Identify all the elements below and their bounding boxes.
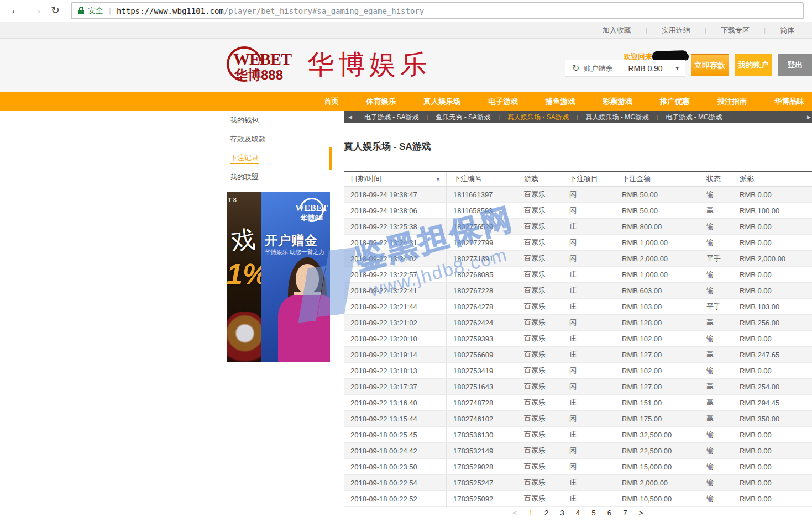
pagination-page[interactable]: 4 [576, 509, 580, 517]
cell: 百家乐 [517, 318, 563, 327]
banner-left-percent: 1% [227, 257, 261, 290]
refresh-balance-icon[interactable]: ↻ [572, 63, 579, 73]
banner-warrior[interactable]: T 8 戏 1% [227, 192, 261, 362]
top-link-2[interactable]: 实用连结 [647, 25, 705, 35]
cell: RMB 294.45 [733, 399, 812, 407]
cell: 百家乐 [517, 494, 563, 504]
top-link-4[interactable]: 简体 [766, 25, 809, 35]
history-tab[interactable]: 真人娱乐场 - SA游戏 [500, 113, 577, 122]
column-header[interactable]: 下注项目 [563, 174, 615, 184]
cell: RMB 22,500.00 [615, 447, 700, 455]
logout-button[interactable]: 登出 [778, 54, 812, 76]
nav-item[interactable]: 体育娱乐 [366, 97, 396, 107]
table-row: 2018-09-22 13:22:411802767228百家乐庄RMB 603… [344, 283, 812, 299]
cell: 闲 [563, 237, 615, 247]
cell: RMB 256.00 [733, 319, 812, 327]
sidebar-item[interactable]: 存款及取款 [227, 130, 332, 149]
cell: 闲 [563, 189, 615, 199]
column-header[interactable]: 游戏 [517, 174, 563, 184]
cell: RMB 1,000.00 [615, 239, 700, 247]
column-header[interactable]: 下注编号 [447, 174, 517, 184]
cell: 百家乐 [517, 237, 563, 247]
column-header[interactable]: 派彩 [733, 174, 812, 184]
my-account-button[interactable]: 我的账户 [735, 54, 772, 76]
deposit-button[interactable]: 立即存款 [691, 54, 729, 76]
nav-item[interactable]: 彩票游戏 [603, 97, 632, 107]
pagination-next[interactable]: > [639, 509, 643, 517]
nav-item[interactable]: 推广优惠 [660, 97, 690, 107]
table-row: 2018-09-22 13:25:381802776529百家乐庄RMB 800… [344, 219, 812, 235]
cell: RMB 0.00 [733, 495, 812, 503]
pagination-page[interactable]: 5 [591, 509, 596, 517]
cell: 1802767228 [447, 287, 517, 295]
cell: 1783532149 [447, 447, 517, 455]
pagination-page[interactable]: 1 [528, 509, 533, 517]
warrior-helmet-graphic [227, 312, 261, 362]
top-link-1[interactable]: 加入收藏 [588, 25, 646, 35]
cell: 1802776529 [447, 223, 517, 231]
table-row: 2018-09-22 13:21:021802762424百家乐闲RMB 128… [344, 315, 812, 331]
column-header[interactable]: 状态 [700, 174, 733, 184]
browser-forward-icon[interactable]: → [31, 3, 43, 17]
history-tab[interactable]: 电子游戏 - SA游戏 [357, 113, 427, 122]
cell: 百家乐 [517, 205, 563, 215]
pagination-page[interactable]: 6 [607, 509, 612, 517]
browser-back-icon[interactable]: ← [10, 3, 22, 17]
sidebar-item[interactable]: 下注记录 [227, 149, 332, 168]
nav-item[interactable]: 捕鱼游戏 [546, 97, 575, 107]
secure-label: 安全 [88, 6, 103, 16]
table-row: 2018-09-18 00:24:421783532149百家乐闲RMB 22,… [344, 443, 812, 459]
nav-item[interactable]: 电子游戏 [488, 97, 518, 107]
cell: 百家乐 [517, 366, 563, 376]
main-nav-bar: 首页体育娱乐真人娱乐场电子游戏捕鱼游戏彩票游戏推广优惠投注指南华博品味 [0, 92, 812, 111]
pagination-page[interactable]: 7 [623, 509, 627, 517]
history-tab[interactable]: 电子游戏 - MG游戏 [658, 113, 730, 122]
top-link-3[interactable]: 下载专区 [706, 25, 764, 35]
column-header[interactable]: 下注金额 [615, 174, 700, 184]
nav-item[interactable]: 华博品味 [774, 97, 804, 107]
balance-dropdown-icon[interactable]: ▼ [675, 66, 680, 71]
cell: 庄 [563, 430, 615, 440]
history-tabs: 电子游戏 - SA游戏|鱼乐无穷 - SA游戏|真人娱乐场 - SA游戏|真人娱… [357, 113, 730, 122]
cell: 庄 [563, 334, 615, 344]
pagination-prev[interactable]: < [512, 509, 517, 517]
nav-item[interactable]: 投注指南 [717, 97, 747, 107]
nav-item[interactable]: 首页 [324, 97, 339, 107]
cell: 2018-09-22 13:18:13 [344, 363, 447, 378]
table-row: 2018-09-22 13:17:371802751643百家乐闲RMB 127… [344, 379, 812, 395]
pagination: <1234567> [344, 509, 812, 517]
nav-item[interactable]: 真人娱乐场 [423, 97, 461, 107]
cell: RMB 2,000.00 [733, 255, 812, 263]
cell: 2018-09-24 19:38:06 [344, 203, 447, 218]
sidebar-menu: 我的钱包存款及取款下注记录我的联盟账户设定 [227, 111, 332, 205]
browser-reload-icon[interactable]: ↻ [51, 4, 60, 17]
address-separator: | [109, 6, 111, 15]
history-tab[interactable]: 鱼乐无穷 - SA游戏 [428, 113, 498, 122]
cell: RMB 103.00 [733, 303, 812, 311]
cell: 赢 [700, 318, 733, 327]
cell: 2018-09-18 00:22:52 [344, 491, 447, 506]
cell: 百家乐 [517, 302, 563, 311]
cell: 2018-09-22 13:21:02 [344, 315, 447, 330]
cell: RMB 32,500.00 [615, 431, 700, 439]
sidebar-item[interactable]: 我的钱包 [227, 111, 332, 130]
balance-label: 账户结余 [584, 64, 612, 73]
table-row: 2018-09-18 00:22:541783525247百家乐庄RMB 2,0… [344, 475, 812, 491]
column-header[interactable]: 日期/时间▼ [344, 172, 447, 186]
banner-subtitle: 华博娱乐 助您一臂之力 [265, 249, 324, 256]
cell: 庄 [563, 478, 615, 488]
site-logo[interactable]: WEBET 华博888 华博娱乐 [226, 43, 431, 86]
sort-desc-icon[interactable]: ▼ [436, 177, 441, 182]
cell: 1783525092 [447, 495, 517, 503]
cell: 输 [700, 221, 733, 231]
tabs-scroll-right-icon[interactable]: ▶ [804, 114, 812, 120]
history-tab[interactable]: 真人娱乐场 - MG游戏 [578, 113, 657, 122]
cell: 1802771391 [447, 255, 517, 263]
address-bar[interactable]: 安全 | https://www.wbg1101.com/player/bet_… [71, 2, 804, 19]
pagination-page[interactable]: 2 [544, 509, 549, 517]
sidebar-item-label: 下注记录 [230, 153, 259, 164]
pagination-page[interactable]: 3 [560, 509, 564, 517]
banner-open-account[interactable]: WEBET 华博88 开户赠金 华博娱乐 助您一臂之力 [261, 192, 330, 362]
tabs-scroll-left-icon[interactable]: ◀ [344, 114, 357, 120]
sidebar-item[interactable]: 我的联盟 [227, 168, 332, 187]
